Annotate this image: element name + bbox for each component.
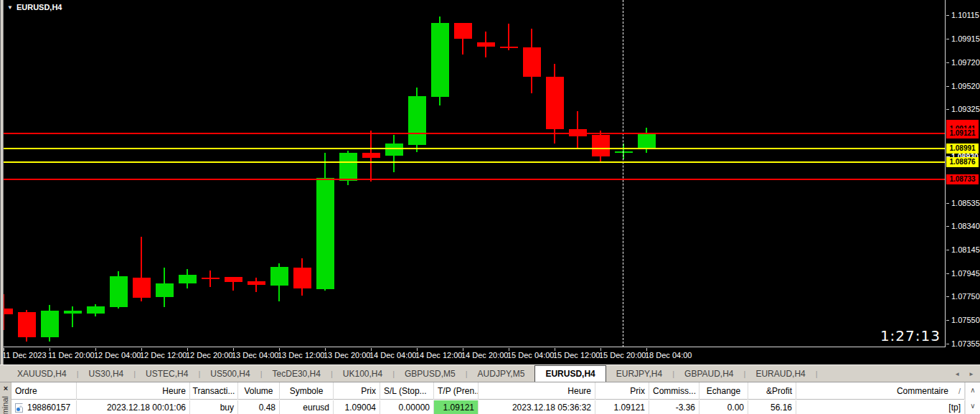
tab-separator: | xyxy=(816,365,818,382)
tab-tecde30-h4[interactable]: TecDE30,H4 xyxy=(263,365,331,382)
level-line[interactable] xyxy=(0,148,946,149)
row-cell-10: 1.09121 xyxy=(595,400,649,414)
period-separator-line xyxy=(623,0,623,347)
table-row[interactable]: 1988601572023.12.18 00:01:06buy0.48eurus… xyxy=(11,400,965,414)
column-header-5[interactable]: Symbole xyxy=(280,382,334,400)
row-cell-12: 0.00 xyxy=(699,400,748,414)
row-cell-9: 2023.12.18 05:36:32 xyxy=(479,400,595,414)
plot-area[interactable] xyxy=(0,0,946,347)
column-header-6[interactable]: Prix xyxy=(334,382,380,400)
tab-scroll-arrows: ◄► xyxy=(954,365,974,382)
price-axis-label: 1.09720 xyxy=(951,58,980,67)
price-axis-label: 1.09915 xyxy=(951,34,980,43)
tab-scroll-right-icon[interactable]: ► xyxy=(969,371,974,377)
tab-audjpy-m5[interactable]: AUDJPY,M5 xyxy=(468,365,535,382)
tab-us500-h4[interactable]: US500,H4 xyxy=(200,365,260,382)
scroll-up-icon[interactable]: ∧ xyxy=(966,386,980,394)
row-cell-13: 56.16 xyxy=(748,400,796,414)
row-cell-14: [tp] xyxy=(796,400,965,414)
time-axis-label: 11 Dec 20:00 xyxy=(48,351,95,359)
price-axis-label: 1.07550 xyxy=(951,316,980,324)
time-axis-label: 12 Dec 20:00 xyxy=(186,351,232,359)
price-axis-label: 1.08535 xyxy=(951,199,980,207)
row-cell-5: eurusd xyxy=(280,400,334,414)
tab-ustec-h4[interactable]: USTEC,H4 xyxy=(136,365,198,382)
column-header-9[interactable]: Heure xyxy=(479,382,595,400)
time-axis-label: 15 Dec 04:00 xyxy=(507,351,554,359)
price-axis-tick xyxy=(946,250,949,250)
price-axis-tick xyxy=(946,15,949,16)
level-line[interactable] xyxy=(0,161,946,163)
column-header-7[interactable]: S/L (Stop... xyxy=(380,382,434,400)
price-axis-label: 1.07355 xyxy=(951,339,980,348)
tab-xauusd-h4[interactable]: XAUUSD,H4 xyxy=(7,365,77,382)
tab-gbpusd-m5[interactable]: GBPUSD,M5 xyxy=(395,365,466,382)
column-header-12[interactable]: Echange xyxy=(699,382,748,400)
row-cell-2: 2023.12.18 00:01:06 xyxy=(77,400,190,414)
price-axis-tick xyxy=(946,273,949,274)
time-axis-label: 12 Dec 12:00 xyxy=(140,351,187,359)
column-header-4[interactable]: Volume xyxy=(238,382,280,400)
mt4-window: ▼EURUSD,H4 1.101151.099151.097201.095201… xyxy=(0,0,980,414)
price-tag[interactable]: 1.08733 xyxy=(946,174,979,184)
price-axis-tick xyxy=(946,226,949,227)
row-cell-6: 1.09004 xyxy=(334,400,380,414)
row-cell-4: 0.48 xyxy=(238,400,280,414)
price-axis-tick xyxy=(946,86,949,87)
column-header-11[interactable]: Commiss... xyxy=(649,382,699,400)
level-line[interactable] xyxy=(0,133,946,134)
tab-euraud-h4[interactable]: EURAUD,H4 xyxy=(745,365,815,382)
time-axis-label: 14 Dec 20:00 xyxy=(461,351,508,359)
time-axis-label: 15 Dec 12:00 xyxy=(553,351,600,359)
price-axis-tick xyxy=(946,62,949,63)
symbol-period-text: EURUSD,H4 xyxy=(17,3,62,11)
price-axis-label: 1.08340 xyxy=(951,222,980,230)
price-axis-label: 1.09520 xyxy=(951,82,980,90)
terminal-side-strip: × minal xyxy=(0,382,11,414)
column-header-2[interactable]: Heure xyxy=(77,382,190,400)
price-tag[interactable]: 1.08991 xyxy=(946,144,979,154)
price-axis-tick xyxy=(946,39,949,39)
table-header-row: OrdreHeureTransacti...VolumeSymbolePrixS… xyxy=(11,382,965,400)
column-header-1[interactable]: Ordre xyxy=(11,382,77,400)
row-cell-11: -3.36 xyxy=(649,400,699,414)
price-axis-tick xyxy=(946,320,949,321)
price-axis-tick xyxy=(946,203,949,204)
time-axis-label: 13 Dec 20:00 xyxy=(324,351,370,359)
time-axis-label: 11 Dec 2023 xyxy=(2,351,47,359)
tab-uk100-h4[interactable]: UK100,H4 xyxy=(333,365,392,382)
column-header-14[interactable]: Commentaire/ xyxy=(796,382,965,400)
row-cell-1: 198860157 xyxy=(11,400,77,414)
tab-eurusd-h4[interactable]: EURUSD,H4 xyxy=(534,365,606,382)
chart-tab-bar: XAUUSD,H4|US30,H4|USTEC,H4|US500,H4|TecD… xyxy=(0,364,980,382)
time-axis-label: 14 Dec 04:00 xyxy=(369,351,416,359)
left-splitter[interactable] xyxy=(0,0,4,364)
time-axis-label: 15 Dec 20:00 xyxy=(599,351,646,359)
price-tag[interactable]: 1.08876 xyxy=(946,157,979,167)
column-header-8[interactable]: T/P (Pren... xyxy=(434,382,479,400)
close-icon[interactable]: × xyxy=(0,383,11,393)
time-axis-label: 14 Dec 12:00 xyxy=(415,351,462,359)
candle-countdown-timer: 1:27:13 xyxy=(880,327,941,344)
price-axis-tick xyxy=(946,344,949,344)
time-axis-label: 13 Dec 04:00 xyxy=(232,351,278,359)
tab-us30-h4[interactable]: US30,H4 xyxy=(79,365,134,382)
tab-gbpaud-h4[interactable]: GBPAUD,H4 xyxy=(674,365,743,382)
scroll-down-icon[interactable]: ∨ xyxy=(966,402,980,410)
column-header-3[interactable]: Transacti... xyxy=(190,382,238,400)
price-axis-label: 1.07750 xyxy=(951,292,980,301)
column-header-13[interactable]: &Profit xyxy=(748,382,796,400)
column-header-10[interactable]: Prix xyxy=(595,382,649,400)
terminal-panel: × minal OrdreHeureTransacti...VolumeSymb… xyxy=(0,382,980,414)
tab-scroll-left-icon[interactable]: ◄ xyxy=(954,371,960,377)
price-axis-tick xyxy=(946,109,949,110)
price-chart: ▼EURUSD,H4 1.101151.099151.097201.095201… xyxy=(0,0,980,364)
table-scrollbar[interactable]: ∧ ∨ xyxy=(965,382,980,414)
chart-symbol-label: ▼EURUSD,H4 xyxy=(7,3,62,11)
price-tag[interactable]: 1.09121 xyxy=(946,128,979,138)
tab-eurjpy-h4[interactable]: EURJPY,H4 xyxy=(606,365,672,382)
price-axis-tick xyxy=(946,296,949,297)
time-axis-label: 12 Dec 04:00 xyxy=(94,351,141,359)
level-line[interactable] xyxy=(0,179,946,180)
sort-indicator-icon: / xyxy=(958,387,961,395)
